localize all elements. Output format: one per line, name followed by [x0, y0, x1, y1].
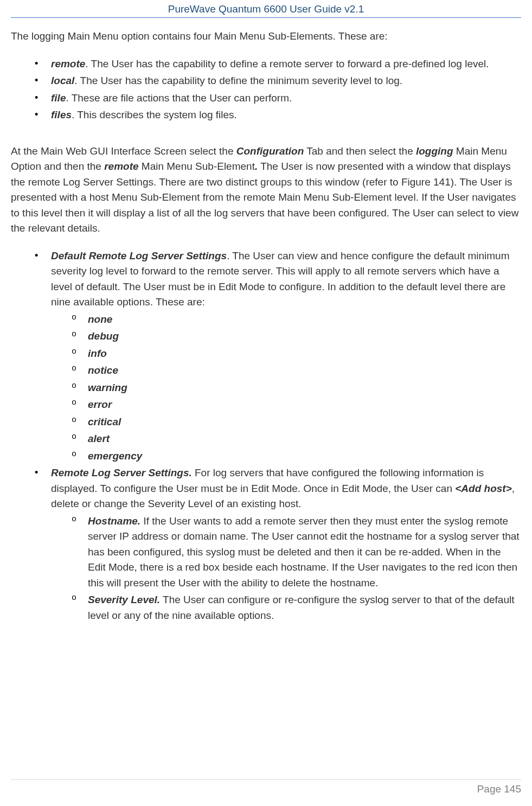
list-item: debug	[72, 329, 521, 344]
option-none: none	[88, 314, 112, 325]
section-text: At the Main Web GUI Interface Screen sel…	[11, 145, 236, 157]
list-item: alert	[72, 431, 521, 447]
term-default-remote: Default Remote Log Server Settings	[51, 250, 227, 261]
list-item: critical	[72, 414, 521, 430]
list-item: remote. The User has the capability to d…	[35, 56, 521, 72]
desc-file: . These are file actions that the User c…	[66, 92, 292, 104]
term-remote-log-settings: Remote Log Server Settings.	[51, 467, 192, 478]
page-content: The logging Main Menu option contains fo…	[0, 18, 532, 623]
page-footer: Page 145	[11, 779, 521, 795]
option-debug: debug	[88, 330, 119, 342]
option-critical: critical	[88, 416, 121, 427]
list-item: Default Remote Log Server Settings. The …	[35, 248, 521, 464]
list-item: error	[72, 397, 521, 413]
severity-options-list: none debug info notice warning error cri…	[72, 312, 521, 464]
section-bold-remote: remote	[104, 161, 138, 172]
settings-list: Default Remote Log Server Settings. The …	[35, 248, 521, 624]
intro-paragraph: The logging Main Menu option contains fo…	[11, 29, 521, 44]
term-severity-level: Severity Level.	[88, 594, 160, 605]
list-item: emergency	[72, 449, 521, 464]
add-host-bold: <Add host>	[455, 483, 512, 494]
list-item: file. These are file actions that the Us…	[35, 91, 521, 106]
section-bold-configuration: Configuration	[236, 145, 304, 157]
option-warning: warning	[88, 382, 127, 393]
section-paragraph: At the Main Web GUI Interface Screen sel…	[11, 144, 521, 236]
page-header: PureWave Quantum 6600 User Guide v2.1	[11, 0, 521, 18]
list-item: Remote Log Server Settings. For log serv…	[35, 465, 521, 623]
option-emergency: emergency	[88, 450, 142, 462]
list-item: files. This describes the system log fil…	[35, 107, 521, 123]
term-remote: remote	[51, 58, 85, 69]
list-item: none	[72, 312, 521, 328]
option-info: info	[88, 348, 107, 359]
term-local: local	[51, 75, 74, 86]
desc-local: . The User has the capability to define …	[74, 75, 402, 86]
term-file: file	[51, 92, 66, 104]
list-item: warning	[72, 380, 521, 396]
option-error: error	[88, 399, 112, 410]
desc-hostname: If the User wants to add a remote server…	[88, 515, 520, 588]
option-alert: alert	[88, 433, 110, 444]
desc-remote: . The User has the capability to define …	[85, 58, 489, 69]
list-item: local. The User has the capability to de…	[35, 73, 521, 89]
term-hostname: Hostname.	[88, 515, 140, 527]
section-text: Tab and then select the	[304, 145, 416, 157]
option-notice: notice	[88, 364, 118, 376]
page-number-label: Page 145	[477, 783, 521, 795]
list-item: notice	[72, 363, 521, 379]
header-title: PureWave Quantum 6600 User Guide v2.1	[168, 3, 364, 15]
section-bold-logging: logging	[416, 145, 453, 157]
section-text: Main Menu Sub-Element	[139, 161, 255, 172]
desc-files: . This describes the system log files.	[72, 109, 237, 120]
list-item: Hostname. If the User wants to add a rem…	[72, 514, 521, 591]
main-sub-elements-list: remote. The User has the capability to d…	[35, 56, 521, 123]
list-item: info	[72, 346, 521, 362]
term-files: files	[51, 109, 72, 120]
list-item: Severity Level. The User can configure o…	[72, 592, 521, 623]
remote-settings-sublist: Hostname. If the User wants to add a rem…	[72, 514, 521, 624]
